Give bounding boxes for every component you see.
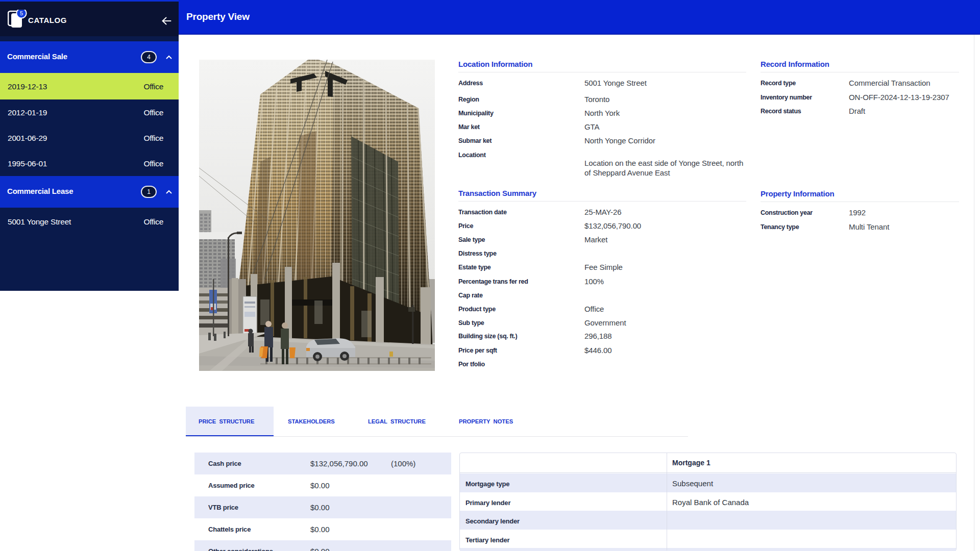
- svg-text:5: 5: [20, 10, 23, 16]
